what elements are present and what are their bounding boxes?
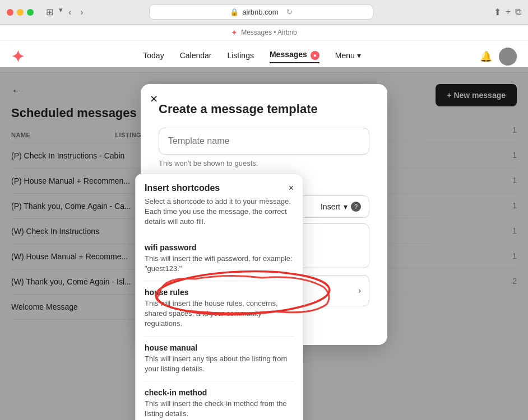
help-icon[interactable]: ? — [351, 202, 361, 212]
user-avatar[interactable] — [499, 48, 517, 66]
chevron-right-icon: › — [358, 286, 361, 296]
template-name-helper: This won't be shown to guests. — [159, 159, 369, 167]
back-button[interactable]: ‹ — [65, 6, 75, 18]
share-icon[interactable]: ⬆ — [494, 7, 501, 17]
shortcode-checkin-method[interactable]: check-in method This will insert the che… — [145, 381, 294, 420]
shortcodes-popup: × Insert shortcodes Select a shortcode t… — [135, 174, 303, 420]
chevron-down-icon: ▾ — [344, 202, 348, 211]
insert-button[interactable]: Insert ▾ ? — [321, 202, 361, 212]
new-tab-icon[interactable]: + — [506, 7, 511, 17]
nav-links: Today Calendar Listings Messages ● Menu … — [143, 50, 360, 63]
create-template-modal: ✕ Create a message template This won't b… — [141, 84, 387, 345]
nav-calendar[interactable]: Calendar — [180, 51, 212, 62]
bell-icon[interactable]: 🔔 — [480, 50, 492, 63]
nav-today[interactable]: Today — [143, 51, 164, 62]
address-bar[interactable]: 🔒 airbnb.com ↻ — [149, 4, 373, 20]
forward-button[interactable]: › — [77, 6, 86, 18]
template-name-input[interactable] — [159, 128, 369, 155]
insert-label: Insert — [321, 202, 340, 211]
shortcode-house-manual[interactable]: house manual This will insert any tips a… — [145, 337, 294, 381]
refresh-icon[interactable]: ↻ — [286, 8, 293, 16]
copy-icon[interactable]: ⧉ — [515, 7, 521, 17]
airbnb-logo: ✦ — [11, 48, 24, 66]
browser-chrome: ⊞ ▾ ‹ › 🔒 airbnb.com ↻ ⬆ + ⧉ — [0, 0, 528, 25]
modal-title: Create a message template — [159, 102, 369, 116]
minimize-traffic-light[interactable] — [17, 9, 24, 16]
app-header: ✦ Messages • Airbnb ✦ Today Calendar Lis… — [0, 25, 528, 73]
traffic-lights — [7, 9, 34, 16]
avatar-image — [499, 48, 517, 66]
nav-messages[interactable]: Messages ● — [270, 50, 319, 63]
shortcode-house-rules[interactable]: house rules This will insert the house r… — [145, 281, 294, 337]
nav-menu[interactable]: Menu ▾ — [335, 51, 361, 62]
maximize-traffic-light[interactable] — [27, 9, 34, 16]
app-header-title: Messages • Airbnb — [241, 29, 297, 36]
nav-listings[interactable]: Listings — [227, 51, 253, 62]
tab-grid-button[interactable]: ⊞ — [43, 6, 57, 18]
popup-description: Select a shortcode to add it to your mes… — [145, 197, 294, 227]
popup-close-button[interactable]: × — [289, 183, 294, 193]
popup-title: Insert shortcodes — [145, 183, 294, 193]
url-text: airbnb.com — [242, 8, 278, 16]
shortcode-wifi-password[interactable]: wifi password This will insert the wifi … — [145, 236, 294, 281]
app-header-top: ✦ Messages • Airbnb — [0, 25, 528, 41]
tab-chevron[interactable]: ▾ — [59, 6, 63, 18]
nav-right: 🔔 — [480, 48, 517, 66]
browser-right-actions: ⬆ + ⧉ — [494, 7, 521, 17]
close-traffic-light[interactable] — [7, 9, 13, 16]
airbnb-logo-small: ✦ — [231, 28, 238, 37]
lock-icon: 🔒 — [230, 8, 239, 16]
modal-overlay: ✕ Create a message template This won't b… — [0, 67, 528, 420]
messages-badge: ● — [311, 51, 319, 60]
modal-close-button[interactable]: ✕ — [150, 93, 158, 105]
browser-controls: ⊞ ▾ ‹ › — [43, 6, 87, 18]
